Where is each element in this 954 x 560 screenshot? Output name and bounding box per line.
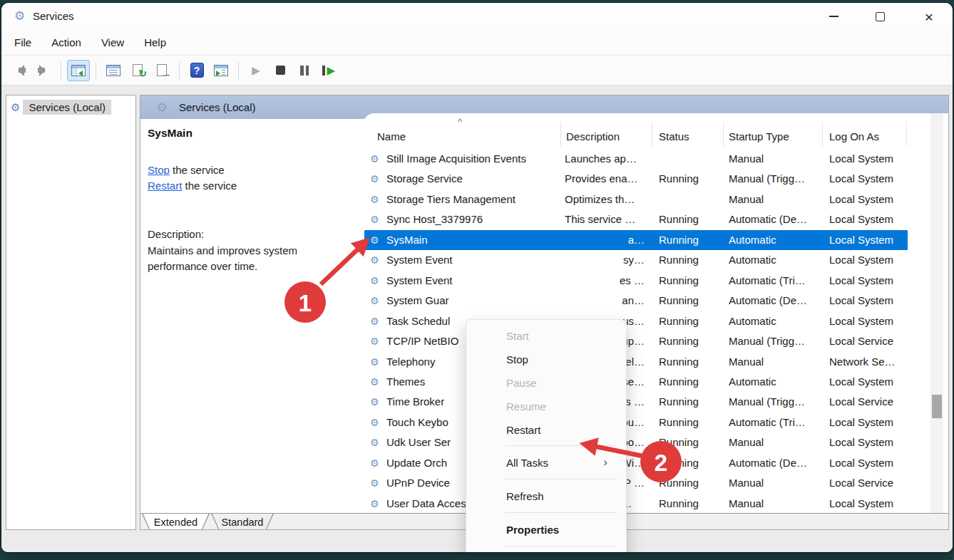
service-log-on-as: Local Service	[829, 473, 908, 493]
service-description: es …	[565, 271, 646, 291]
context-menu-item-label: Start	[506, 330, 529, 342]
service-status: Running	[659, 311, 723, 331]
service-gear-icon: ⚙	[370, 494, 379, 513]
forward-button[interactable]	[32, 60, 55, 81]
tab-extended-label: Extended	[142, 514, 210, 530]
service-name: SysMain	[386, 230, 560, 250]
menu-bar: File Action View Help	[1, 30, 953, 56]
stop-service-link[interactable]: Stop	[148, 164, 170, 176]
column-header-log-on-as[interactable]: Log On As	[829, 130, 879, 142]
context-menu: Start Stop Pause Resume Restart All Task…	[466, 319, 627, 552]
vertical-scrollbar[interactable]	[930, 113, 943, 513]
service-row[interactable]: ⚙ Telephony el… Running Manual Network S…	[364, 352, 908, 372]
service-row[interactable]: ⚙ Update Orch Wi… Running Automatic (De……	[364, 453, 908, 473]
service-log-on-as: Local System	[829, 169, 908, 189]
service-gear-icon: ⚙	[370, 392, 379, 412]
service-startup-type: Manual	[729, 352, 821, 372]
description-text: performance over time.	[148, 260, 257, 272]
refresh-button[interactable]: ↻	[126, 60, 149, 81]
service-row[interactable]: ⚙ Still Image Acquisition Events Launche…	[364, 149, 908, 169]
properties-button[interactable]	[102, 60, 125, 81]
services-gear-icon: ⚙	[156, 100, 168, 115]
service-row[interactable]: ⚙ System Event sy… Running Automatic Loc…	[364, 250, 908, 270]
menu-view[interactable]: View	[91, 32, 134, 53]
service-startup-type: Manual (Trigg…	[729, 392, 821, 412]
panel-header-title: Services (Local)	[179, 101, 256, 113]
scrollbar-thumb[interactable]	[932, 395, 942, 418]
service-row[interactable]: ⚙ Themes se… Running Automatic Local Sys…	[364, 372, 908, 392]
tab-extended[interactable]: Extended	[142, 514, 210, 530]
column-header-description[interactable]: Description	[566, 130, 620, 142]
context-menu-item-resume: Resume	[466, 395, 626, 418]
context-menu-item-restart[interactable]: Restart	[466, 418, 626, 442]
minimize-button[interactable]	[813, 3, 854, 30]
service-row[interactable]: ⚙ Task Schedul us… Running Automatic Loc…	[364, 311, 908, 331]
services-gear-icon: ⚙	[11, 101, 20, 114]
menu-separator	[505, 546, 616, 546]
service-gear-icon: ⚙	[370, 209, 379, 229]
service-row[interactable]: ⚙ SysMain a… Running Automatic Local Sys…	[364, 230, 908, 250]
context-menu-item-properties[interactable]: Properties	[466, 517, 626, 542]
context-menu-item-label: All Tasks	[506, 457, 548, 469]
export-list-icon: →	[157, 64, 167, 76]
stop-service-suffix: the service	[170, 164, 225, 176]
menu-file[interactable]: File	[4, 32, 41, 53]
maximize-button[interactable]	[859, 3, 901, 30]
service-name: Storage Service	[386, 169, 560, 189]
pause-service-button[interactable]	[293, 60, 316, 81]
service-row[interactable]: ⚙ Udk User Ser bo… Running Manual Local …	[364, 432, 908, 452]
column-header-status[interactable]: Status	[659, 130, 689, 142]
services-list: ^ Name Description Status Startup Type L…	[363, 113, 949, 513]
menu-action[interactable]: Action	[41, 32, 91, 53]
show-hide-console-tree-button[interactable]	[67, 60, 90, 81]
column-header-name[interactable]: Name	[377, 130, 406, 142]
service-status: Running	[659, 230, 723, 250]
context-menu-item-all-tasks[interactable]: All Tasks ›	[466, 450, 626, 475]
context-menu-item-stop[interactable]: Stop	[466, 348, 626, 371]
restart-service-suffix: the service	[182, 180, 237, 192]
service-description: This service …	[565, 209, 646, 229]
restart-service-button[interactable]: ▶	[317, 60, 340, 81]
help-button[interactable]: ?	[185, 60, 208, 81]
service-startup-type: Manual	[729, 494, 821, 513]
export-list-button[interactable]: →	[150, 60, 173, 81]
back-button[interactable]	[8, 60, 31, 81]
column-header-startup-type[interactable]: Startup Type	[729, 130, 789, 142]
service-gear-icon: ⚙	[370, 291, 379, 311]
help-icon: ?	[190, 63, 204, 78]
service-name: System Event	[386, 271, 560, 291]
context-menu-item-help[interactable]: Help	[466, 550, 626, 552]
service-row[interactable]: ⚙ System Guar an… Running Automatic (De……	[364, 291, 908, 311]
service-row[interactable]: ⚙ TCP/IP NetBIO up… Running Manual (Trig…	[364, 331, 908, 351]
service-row[interactable]: ⚙ Touch Keybo ou… Running Automatic (Tri…	[364, 413, 908, 432]
service-row[interactable]: ⚙ User Data Access_3379976 Provides ap… …	[364, 494, 908, 513]
back-arrow-icon	[12, 65, 27, 76]
pause-service-icon	[300, 66, 309, 76]
column-divider	[560, 122, 561, 146]
service-log-on-as: Local System	[829, 494, 908, 513]
service-row[interactable]: ⚙ Storage Service Provides ena… Running …	[364, 169, 908, 189]
context-menu-item-label: Resume	[506, 400, 546, 413]
service-row[interactable]: ⚙ Sync Host_3379976 This service … Runni…	[364, 209, 908, 229]
service-row[interactable]: ⚙ System Event es … Running Automatic (T…	[364, 271, 908, 291]
start-service-icon: ▶	[252, 65, 260, 76]
stop-service-button[interactable]	[269, 60, 292, 81]
context-menu-item-refresh[interactable]: Refresh	[466, 483, 626, 509]
tab-standard[interactable]: Standard	[211, 514, 274, 530]
service-log-on-as: Local System	[829, 311, 908, 331]
service-row[interactable]: ⚙ Time Broker es … Running Manual (Trigg…	[364, 392, 908, 412]
show-hide-action-pane-button[interactable]	[210, 60, 232, 81]
service-status: Running	[659, 209, 723, 229]
close-button[interactable]: ×	[908, 3, 950, 30]
start-service-button[interactable]: ▶	[245, 60, 267, 81]
menu-help[interactable]: Help	[134, 32, 176, 53]
service-startup-type: Automatic	[729, 311, 821, 331]
service-row[interactable]: ⚙ Storage Tiers Management Optimizes th……	[364, 190, 908, 209]
services-window: ⚙ Services × File Action View Help	[1, 3, 953, 552]
service-row[interactable]: ⚙ UPnP Device nP … Running Manual Local …	[364, 473, 908, 493]
tree-item-services-local[interactable]: ⚙ Services (Local)	[11, 100, 111, 115]
restart-service-link[interactable]: Restart	[148, 180, 182, 192]
toolbar-separator	[238, 62, 239, 79]
service-status: Running	[659, 392, 723, 412]
service-status: Running	[659, 494, 723, 513]
